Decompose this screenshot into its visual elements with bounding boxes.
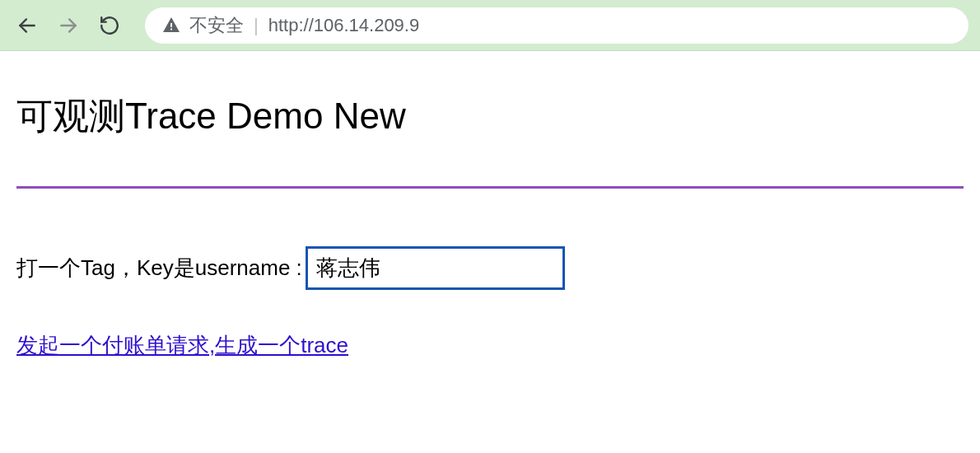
url-text: http://106.14.209.9 [268, 15, 420, 36]
browser-toolbar: 不安全 | http://106.14.209.9 [0, 0, 980, 51]
insecure-warning-icon [161, 16, 181, 35]
back-arrow-icon [16, 15, 38, 36]
address-bar[interactable]: 不安全 | http://106.14.209.9 [145, 7, 968, 44]
back-button[interactable] [12, 10, 43, 41]
horizontal-rule [16, 186, 964, 189]
reload-button[interactable] [94, 10, 125, 41]
generate-trace-link[interactable]: 发起一个付账单请求,生成一个trace [16, 333, 348, 357]
reload-icon [99, 15, 120, 36]
svg-rect-2 [170, 23, 172, 27]
username-label: 打一个Tag，Key是username : [16, 254, 302, 283]
username-input[interactable] [306, 246, 565, 290]
form-row: 打一个Tag，Key是username : [16, 246, 964, 290]
svg-rect-3 [170, 28, 172, 30]
forward-button[interactable] [53, 10, 84, 41]
page-content: 可观测Trace Demo New 打一个Tag，Key是username : … [0, 51, 980, 376]
page-title: 可观测Trace Demo New [16, 92, 964, 141]
forward-arrow-icon [58, 15, 79, 36]
security-status-text: 不安全 [189, 13, 244, 38]
address-divider: | [254, 15, 259, 36]
